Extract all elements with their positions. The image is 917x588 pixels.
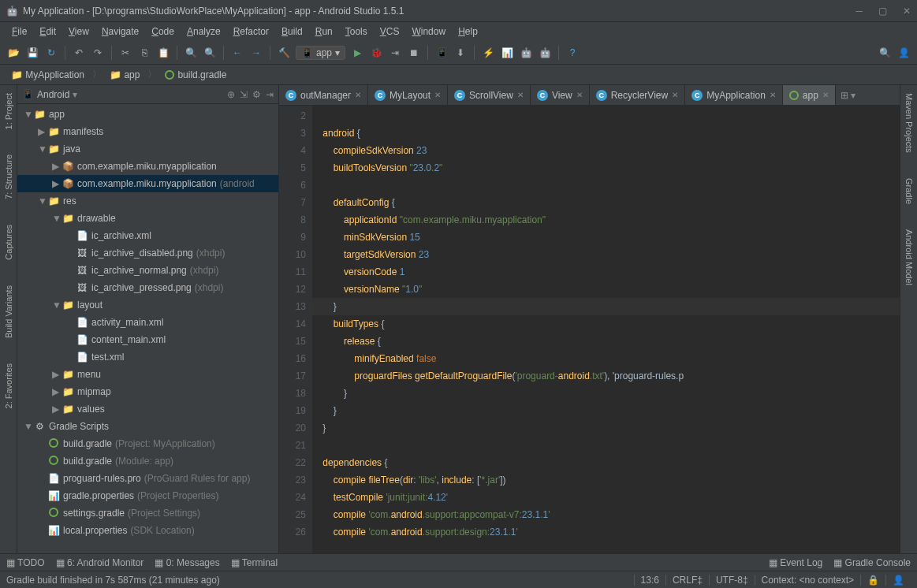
avd-icon[interactable]: 📱 — [434, 46, 449, 60]
hide-icon[interactable]: ⇥ — [266, 89, 274, 100]
close-tab-icon[interactable]: ✕ — [434, 91, 441, 99]
code-body[interactable]: android { compileSdkVersion 23 buildTool… — [312, 106, 900, 553]
line-ending[interactable]: CRLF‡ — [665, 575, 709, 586]
stop-icon[interactable]: ⏹ — [407, 46, 421, 60]
make-icon[interactable]: 🔨 — [277, 46, 291, 60]
find-icon[interactable]: 🔍 — [184, 46, 198, 60]
left-tool-tab[interactable]: 1: Project — [2, 88, 15, 134]
right-tool-tab[interactable]: Maven Projects — [903, 88, 915, 158]
redo-icon[interactable]: ↷ — [91, 46, 105, 60]
editor-tab[interactable]: CMyLayout✕ — [368, 85, 448, 105]
ddms-icon[interactable]: ⚡ — [481, 46, 495, 60]
left-tool-tab[interactable]: Build Variants — [2, 281, 15, 343]
tree-row[interactable]: 📄proguard-rules.pro(ProGuard Rules for a… — [17, 470, 278, 487]
right-tool-tab[interactable]: Gradle — [903, 173, 915, 209]
tree-row[interactable]: ▼📁app — [17, 106, 278, 123]
tree-row[interactable]: ▶📁values — [17, 400, 278, 418]
close-tab-icon[interactable]: ✕ — [822, 91, 829, 99]
close-tab-icon[interactable]: ✕ — [517, 91, 524, 99]
bottom-tool-tab[interactable]: ▦ Terminal — [231, 557, 278, 568]
menu-view[interactable]: View — [63, 24, 95, 39]
menu-vcs[interactable]: VCS — [375, 24, 405, 39]
breadcrumb-item[interactable]: build.gradle — [160, 68, 231, 82]
editor-tab[interactable]: CMyApplication✕ — [685, 85, 783, 105]
tree-row[interactable]: ▼⚙Gradle Scripts — [17, 418, 278, 435]
tree-row[interactable]: 📄content_main.xml — [17, 331, 278, 348]
menu-file[interactable]: File — [6, 24, 32, 39]
forward-icon[interactable]: → — [249, 46, 263, 60]
tree-row[interactable]: 🖼ic_archive_pressed.png(xhdpi) — [17, 279, 278, 296]
right-tool-tab[interactable]: Android Model — [903, 225, 915, 290]
help-icon[interactable]: ? — [565, 46, 580, 60]
debug-icon[interactable]: 🐞 — [369, 46, 383, 60]
bottom-tool-tab[interactable]: ▦ TODO — [6, 557, 45, 568]
project-view-mode[interactable]: Android — [37, 89, 69, 100]
bottom-tool-tab[interactable]: ▦ 0: Messages — [155, 557, 219, 568]
menu-window[interactable]: Window — [406, 24, 451, 39]
tree-row[interactable]: 📄test.xml — [17, 348, 278, 366]
tree-row[interactable]: settings.gradle(Project Settings) — [17, 504, 278, 522]
bottom-tool-tab[interactable]: ▦ 6: Android Monitor — [56, 557, 144, 568]
search-icon[interactable]: 🔍 — [878, 46, 892, 60]
gear-icon[interactable]: ⚙ — [252, 89, 261, 100]
tree-row[interactable]: 🖼ic_archive_disabled.png(xhdpi) — [17, 244, 278, 262]
run-icon[interactable]: ▶ — [350, 46, 364, 60]
close-icon[interactable]: ✕ — [903, 6, 911, 17]
tree-row[interactable]: ▶📦com.example.miku.myapplication(android — [17, 175, 278, 192]
android-icon-3[interactable]: 🤖 — [538, 46, 552, 60]
tree-row[interactable]: 📄ic_archive.xml — [17, 227, 278, 244]
bottom-tool-tab[interactable]: ▦ Event Log — [769, 557, 822, 568]
editor-tab[interactable]: CoutManager✕ — [279, 85, 368, 105]
menu-tools[interactable]: Tools — [340, 24, 373, 39]
code-editor[interactable]: 2345678910111213141516171819202122232425… — [279, 106, 900, 553]
tree-row[interactable]: 📊local.properties(SDK Location) — [17, 522, 278, 539]
menu-help[interactable]: Help — [453, 24, 483, 39]
encoding[interactable]: UTF-8‡ — [709, 575, 755, 586]
tab-overflow[interactable]: ⊞ ▾ — [836, 85, 860, 105]
replace-icon[interactable]: 🔍 — [203, 46, 217, 60]
tree-row[interactable]: build.gradle(Project: MyApplication) — [17, 435, 278, 452]
paste-icon[interactable]: 📋 — [156, 46, 170, 60]
copy-icon[interactable]: ⎘ — [137, 46, 151, 60]
tree-row[interactable]: ▼📁java — [17, 140, 278, 158]
tree-row[interactable]: 📊gradle.properties(Project Properties) — [17, 487, 278, 504]
tree-row[interactable]: 🖼ic_archive_normal.png(xhdpi) — [17, 262, 278, 279]
editor-tab[interactable]: CScrollView✕ — [448, 85, 531, 105]
tree-row[interactable]: ▶📦com.example.miku.myapplication — [17, 158, 278, 175]
close-tab-icon[interactable]: ✕ — [672, 91, 678, 99]
left-tool-tab[interactable]: 2: Favorites — [2, 359, 15, 413]
target-icon[interactable]: ⊕ — [227, 89, 235, 100]
close-tab-icon[interactable]: ✕ — [355, 91, 361, 99]
context[interactable]: Context: <no context> — [755, 575, 860, 586]
menu-analyze[interactable]: Analyze — [181, 24, 226, 39]
collapse-icon[interactable]: ⇲ — [240, 89, 248, 100]
menu-edit[interactable]: Edit — [34, 24, 62, 39]
back-icon[interactable]: ← — [230, 46, 244, 60]
menu-navigate[interactable]: Navigate — [96, 24, 144, 39]
sync-icon[interactable]: ↻ — [44, 46, 58, 60]
tree-row[interactable]: 📄activity_main.xml — [17, 314, 278, 331]
editor-tab[interactable]: app✕ — [783, 85, 836, 105]
attach-icon[interactable]: ⇥ — [388, 46, 402, 60]
tree-row[interactable]: ▼📁layout — [17, 296, 278, 314]
left-tool-tab[interactable]: Captures — [2, 220, 15, 265]
lock-icon[interactable]: 🔒 — [860, 575, 885, 586]
run-config-selector[interactable]: 📱 app ▾ — [296, 46, 345, 60]
close-tab-icon[interactable]: ✕ — [576, 91, 583, 99]
breadcrumb-item[interactable]: 📁 app — [105, 68, 144, 82]
project-tree[interactable]: ▼📁app▶📁manifests▼📁java▶📦com.example.miku… — [17, 104, 278, 553]
maximize-icon[interactable]: ▢ — [878, 6, 887, 17]
tree-row[interactable]: build.gradle(Module: app) — [17, 452, 278, 470]
monitor-icon[interactable]: 📊 — [500, 46, 514, 60]
sdk-icon[interactable]: ⬇ — [453, 46, 468, 60]
breadcrumb-item[interactable]: 📁 MyApplication — [6, 68, 89, 82]
undo-icon[interactable]: ↶ — [72, 46, 86, 60]
user-icon[interactable]: 👤 — [896, 46, 911, 60]
tree-row[interactable]: ▼📁drawable — [17, 210, 278, 227]
menu-build[interactable]: Build — [276, 24, 308, 39]
cut-icon[interactable]: ✂ — [118, 46, 132, 60]
close-tab-icon[interactable]: ✕ — [770, 91, 776, 99]
chevron-down-icon[interactable]: ▾ — [73, 89, 77, 100]
editor-tab[interactable]: CView✕ — [531, 85, 590, 105]
tree-row[interactable]: ▶📁manifests — [17, 123, 278, 140]
